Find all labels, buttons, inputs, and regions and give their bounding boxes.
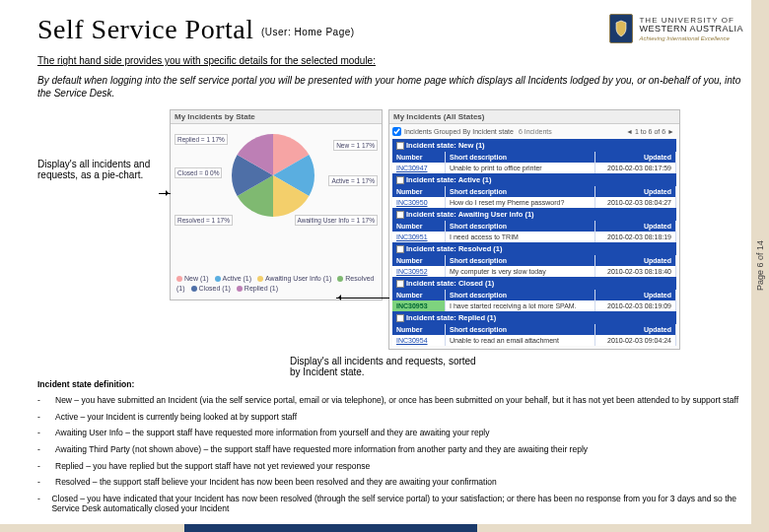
pie-label-awaiting: Awaiting User Info = 1 17% <box>295 215 378 226</box>
state-header[interactable]: Incident state: Replied (1) <box>392 311 676 324</box>
pie-label-closed: Closed = 0 0% <box>175 167 222 178</box>
definition-item: -Replied – you have replied but the supp… <box>37 461 743 472</box>
defs-title: Incident state definition: <box>37 379 743 389</box>
title-main: Self Service Portal <box>37 14 253 44</box>
table-row[interactable]: INC30947Unable to print to office printe… <box>392 163 676 173</box>
state-header[interactable]: Incident state: Closed (1) <box>392 277 676 290</box>
callout-pie: Display's all incidents and requests, as… <box>37 159 164 180</box>
column-header-row: NumberShort descriptionUpdated <box>392 186 676 197</box>
definitions-list: -New – you have submitted an Incident (v… <box>37 395 743 514</box>
arrow-to-pie <box>159 193 171 194</box>
pager: ◄ 1 to 6 of 6 ► <box>624 128 676 135</box>
side-page-stripe: Page 6 of 14 <box>751 0 769 532</box>
state-header[interactable]: Incident state: Active (1) <box>392 173 676 186</box>
group-checkbox[interactable] <box>392 127 401 136</box>
definition-item: -Resolved – the support staff believe yo… <box>37 477 743 488</box>
column-header-row: NumberShort descriptionUpdated <box>392 290 676 300</box>
legend-item: Replied (1) <box>237 285 278 292</box>
column-header-row: NumberShort descriptionUpdated <box>392 255 676 266</box>
legend-item: Closed (1) <box>191 285 231 292</box>
pie-label-replied: Replied = 1 17% <box>175 134 228 145</box>
title-sub: (User: Home Page) <box>261 27 355 37</box>
column-header-row: NumberShort descriptionUpdated <box>392 221 676 232</box>
intro-underlined: The right hand side provides you with sp… <box>37 55 743 66</box>
uwa-line2: WESTERN AUSTRALIA <box>639 25 743 33</box>
grouped-text: Incidents Grouped By Incident state <box>404 128 514 135</box>
state-header[interactable]: Incident state: New (1) <box>392 139 676 152</box>
page-title: Self Service Portal (User: Home Page) <box>37 14 355 45</box>
table-row[interactable]: INC30950How do I reset my Pheme password… <box>392 197 676 208</box>
states-container: Incident state: New (1)NumberShort descr… <box>392 139 676 346</box>
grouped-count: 6 Incidents <box>519 128 552 135</box>
definition-item: -Closed – you have indicated that your I… <box>37 494 743 514</box>
definition-item: -New – you have submitted an Incident (v… <box>37 395 743 406</box>
panel-right-title: My Incidents (All States) <box>389 110 679 124</box>
page-counter: Page 6 of 14 <box>755 240 765 291</box>
uwa-crest-icon <box>609 14 633 43</box>
pie-label-new: New = 1 17% <box>333 140 378 151</box>
arrow-to-list <box>336 298 389 299</box>
pie-label-resolved: Resolved = 1 17% <box>175 215 233 226</box>
pie-chart: Replied = 1 17% Closed = 0 0% Resolved =… <box>171 124 382 270</box>
state-header[interactable]: Incident state: Resolved (1) <box>392 242 676 255</box>
university-logo-block: THE UNIVERSITY OF WESTERN AUSTRALIA Achi… <box>609 14 743 43</box>
definition-item: -Active – your Incident is currently bei… <box>37 412 743 423</box>
definition-item: -Awaiting User Info – the support staff … <box>37 428 743 438</box>
column-header-row: NumberShort descriptionUpdated <box>392 324 676 335</box>
uwa-text: THE UNIVERSITY OF WESTERN AUSTRALIA Achi… <box>639 17 743 41</box>
grouped-bar: Incidents Grouped By Incident state 6 In… <box>392 127 676 136</box>
header: Self Service Portal (User: Home Page) TH… <box>37 14 743 45</box>
pager-text: 1 to 6 of 6 <box>635 128 665 135</box>
panel-my-incidents: My Incidents (All States) Incidents Grou… <box>388 109 680 350</box>
bottom-stripe <box>0 524 769 532</box>
column-header-row: NumberShort descriptionUpdated <box>392 152 676 163</box>
definition-item: -Awaiting Third Party (not shown above) … <box>37 444 743 455</box>
legend-item: Awaiting User Info (1) <box>257 275 331 282</box>
uwa-line3: Achieving International Excellence <box>639 35 743 41</box>
legend-item: New (1) <box>176 275 209 282</box>
table-row[interactable]: INC30954Unable to read an email attachme… <box>392 335 676 346</box>
pie-label-active: Active = 1 17% <box>328 175 378 186</box>
legend-item: Active (1) <box>215 275 252 282</box>
intro-italic: By default when logging into the self se… <box>37 74 743 100</box>
table-row[interactable]: INC30952My computer is very slow today20… <box>392 266 676 277</box>
figure-row: Display's all incidents and requests, as… <box>37 109 743 350</box>
panel-left-title: My Incidents by State <box>171 110 382 124</box>
panel-incidents-by-state: My Incidents by State Replied = 1 17% Cl… <box>170 109 383 300</box>
page-content: Self Service Portal (User: Home Page) TH… <box>0 0 769 518</box>
table-row[interactable]: INC30951I need access to TRIM2010-02-03 … <box>392 232 676 242</box>
callout-list: Display's all incidents and requests, so… <box>290 356 477 377</box>
table-row[interactable]: INC30953I have started receiving a lot m… <box>392 300 676 311</box>
state-header[interactable]: Incident state: Awaiting User Info (1) <box>392 208 676 221</box>
pie-legend: New (1)Active (1)Awaiting User Info (1)R… <box>171 270 382 299</box>
